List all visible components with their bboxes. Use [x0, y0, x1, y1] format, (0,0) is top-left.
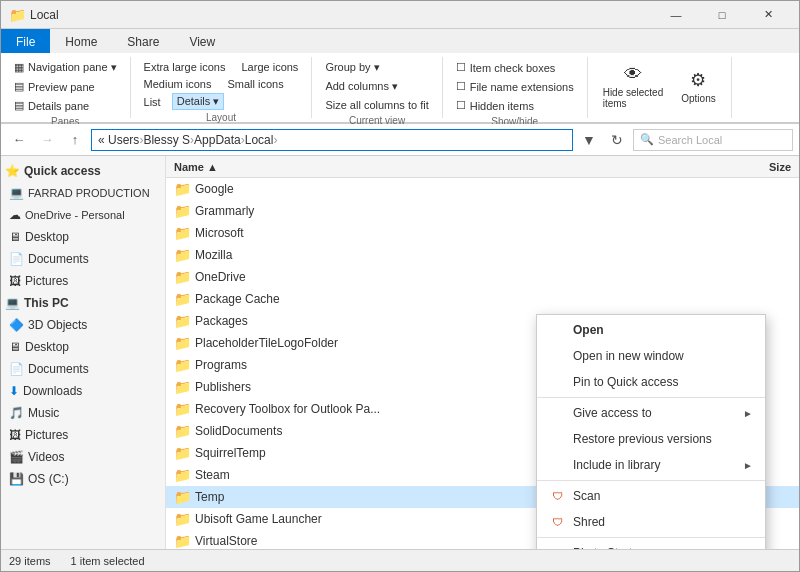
sidebar: ⭐ Quick access 💻 FARRAD PRODUCTION ☁ One… — [1, 156, 166, 549]
tab-view[interactable]: View — [174, 29, 230, 53]
large-icons-btn[interactable]: Large icons — [237, 59, 304, 75]
tab-share[interactable]: Share — [112, 29, 174, 53]
size-all-columns-btn[interactable]: Size all columns to fit — [320, 97, 433, 113]
col-name-header[interactable]: Name ▲ — [174, 161, 711, 173]
sidebar-item-music[interactable]: 🎵 Music — [1, 402, 165, 424]
hidden-items-btn[interactable]: ☐ Hidden items — [451, 97, 579, 114]
folder-icon: 📁 — [174, 313, 191, 329]
search-box[interactable]: 🔍 Search Local — [633, 129, 793, 151]
layout-items: Extra large icons Large icons Medium ico… — [139, 59, 304, 110]
item-check-boxes-btn[interactable]: ☐ Item check boxes — [451, 59, 579, 76]
sidebar-item-os-c[interactable]: 💾 OS (C:) — [1, 468, 165, 490]
folder-icon: 📁 — [174, 489, 191, 505]
ctx-open[interactable]: Open — [537, 317, 765, 343]
file-row-google[interactable]: 📁 Google — [166, 178, 799, 200]
options-btn[interactable]: ⚙ Options — [674, 66, 722, 107]
hide-selected-icon: 👁 — [624, 64, 642, 85]
onedrive-icon: ☁ — [9, 208, 21, 222]
ribbon-group-panes: ▦ Navigation pane ▾ ▤ Preview pane ▤ Det… — [1, 57, 131, 118]
extra-large-icons-btn[interactable]: Extra large icons — [139, 59, 231, 75]
file-area: Name ▲ Size 📁 Google 📁 Grammarly 📁 Micro… — [166, 156, 799, 549]
title-bar-left: 📁 Local — [9, 7, 59, 23]
preview-pane-btn[interactable]: ▤ Preview pane — [9, 78, 122, 95]
sidebar-item-farrad[interactable]: 💻 FARRAD PRODUCTION — [1, 182, 165, 204]
file-name: Grammarly — [195, 204, 707, 218]
close-button[interactable]: ✕ — [745, 1, 791, 29]
title-bar-controls: — □ ✕ — [653, 1, 791, 29]
forward-button[interactable]: → — [35, 128, 59, 152]
col-size-header[interactable]: Size — [711, 161, 791, 173]
sidebar-item-this-pc[interactable]: 💻 This PC — [1, 292, 165, 314]
file-name: Microsoft — [195, 226, 707, 240]
back-button[interactable]: ← — [7, 128, 31, 152]
ctx-scan[interactable]: 🛡 Scan — [537, 483, 765, 509]
sidebar-item-desktop1[interactable]: 🖥 Desktop — [1, 226, 165, 248]
title-bar-title: Local — [30, 8, 59, 22]
ctx-shred[interactable]: 🛡 Shred — [537, 509, 765, 535]
file-name: Google — [195, 182, 707, 196]
ctx-pin-start[interactable]: Pin to Start — [537, 540, 765, 549]
address-part-blessy[interactable]: Blessy S — [143, 133, 190, 147]
ctx-restore-versions[interactable]: Restore previous versions — [537, 426, 765, 452]
maximize-button[interactable]: □ — [699, 1, 745, 29]
nav-pane-icon: ▦ — [14, 61, 24, 74]
pictures2-icon: 🖼 — [9, 428, 21, 442]
folder-icon: 📁 — [174, 445, 191, 461]
details-pane-icon: ▤ — [14, 99, 24, 112]
sidebar-item-pictures2[interactable]: 🖼 Pictures — [1, 424, 165, 446]
dropdown-button[interactable]: ▼ — [577, 128, 601, 152]
hide-selected-btn[interactable]: 👁 Hide selecteditems — [596, 61, 671, 112]
sidebar-item-documents2[interactable]: 📄 Documents — [1, 358, 165, 380]
file-name-extensions-btn[interactable]: ☐ File name extensions — [451, 78, 579, 95]
tab-home[interactable]: Home — [50, 29, 112, 53]
folder-icon: 📁 — [174, 269, 191, 285]
pictures1-icon: 🖼 — [9, 274, 21, 288]
ctx-include-library[interactable]: Include in library ► — [537, 452, 765, 478]
refresh-button[interactable]: ↻ — [605, 128, 629, 152]
list-btn[interactable]: List — [139, 93, 166, 110]
search-icon: 🔍 — [640, 133, 654, 146]
address-path[interactable]: « Users › Blessy S › AppData › Local › — [91, 129, 573, 151]
sidebar-item-pictures1[interactable]: 🖼 Pictures — [1, 270, 165, 292]
small-icons-btn[interactable]: Small icons — [222, 76, 288, 92]
file-row-package-cache[interactable]: 📁 Package Cache — [166, 288, 799, 310]
address-part-appdata[interactable]: AppData — [194, 133, 241, 147]
folder-icon: 📁 — [174, 467, 191, 483]
file-row-microsoft[interactable]: 📁 Microsoft — [166, 222, 799, 244]
ctx-open-new-window[interactable]: Open in new window — [537, 343, 765, 369]
address-part-local[interactable]: Local — [245, 133, 274, 147]
group-by-btn[interactable]: Group by ▾ — [320, 59, 433, 76]
include-library-arrow: ► — [743, 460, 753, 471]
details-pane-btn[interactable]: ▤ Details pane — [9, 97, 122, 114]
panes-items: ▦ Navigation pane ▾ ▤ Preview pane ▤ Det… — [9, 59, 122, 114]
sidebar-item-3d-objects[interactable]: 🔷 3D Objects — [1, 314, 165, 336]
up-button[interactable]: ↑ — [63, 128, 87, 152]
details-btn[interactable]: Details ▾ — [172, 93, 225, 110]
sidebar-item-desktop2[interactable]: 🖥 Desktop — [1, 336, 165, 358]
sidebar-item-documents1[interactable]: 📄 Documents — [1, 248, 165, 270]
sidebar-item-downloads[interactable]: ⬇ Downloads — [1, 380, 165, 402]
ctx-separator-2 — [537, 480, 765, 481]
this-pc-icon: 💻 — [5, 296, 20, 310]
sidebar-item-quick-access[interactable]: ⭐ Quick access — [1, 160, 165, 182]
file-row-grammarly[interactable]: 📁 Grammarly — [166, 200, 799, 222]
sidebar-item-videos[interactable]: 🎬 Videos — [1, 446, 165, 468]
navigation-pane-btn[interactable]: ▦ Navigation pane ▾ — [9, 59, 122, 76]
ctx-pin-quick-access[interactable]: Pin to Quick access — [537, 369, 765, 395]
file-row-mozilla[interactable]: 📁 Mozilla — [166, 244, 799, 266]
minimize-button[interactable]: — — [653, 1, 699, 29]
medium-icons-btn[interactable]: Medium icons — [139, 76, 217, 92]
file-row-onedrive[interactable]: 📁 OneDrive — [166, 266, 799, 288]
ribbon-group-layout: Extra large icons Large icons Medium ico… — [131, 57, 313, 118]
tab-file[interactable]: File — [1, 29, 50, 53]
sidebar-item-onedrive[interactable]: ☁ OneDrive - Personal — [1, 204, 165, 226]
address-root-icon: « — [98, 133, 105, 147]
title-bar-icon: 📁 — [9, 7, 26, 23]
folder-icon: 📁 — [174, 203, 191, 219]
address-part-users[interactable]: Users — [108, 133, 139, 147]
context-menu: Open Open in new window Pin to Quick acc… — [536, 314, 766, 549]
folder-icon: 📁 — [174, 423, 191, 439]
ctx-give-access[interactable]: Give access to ► — [537, 400, 765, 426]
file-name: OneDrive — [195, 270, 707, 284]
add-columns-btn[interactable]: Add columns ▾ — [320, 78, 433, 95]
